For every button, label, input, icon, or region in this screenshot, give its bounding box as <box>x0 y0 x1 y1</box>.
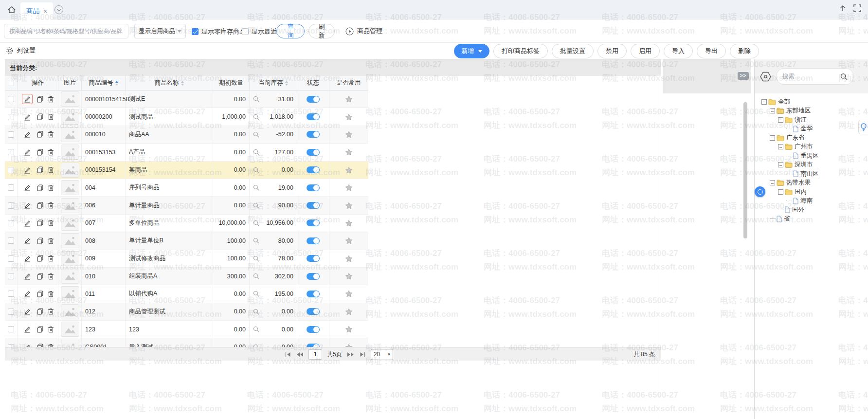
tree-collapse-icon[interactable] <box>770 135 775 141</box>
status-toggle-on[interactable] <box>307 237 320 244</box>
delete-icon[interactable] <box>48 184 54 191</box>
product-image-placeholder[interactable] <box>61 233 79 248</box>
favorite-star-icon[interactable] <box>345 326 353 333</box>
tree-collapse-icon[interactable] <box>761 99 767 105</box>
tree-settings-icon[interactable] <box>759 70 772 83</box>
row-checkbox[interactable] <box>8 114 14 120</box>
table-row[interactable]: 000153153 A产品 0.00 127.00 <box>5 144 368 161</box>
column-settings-button[interactable]: 列设置 <box>6 46 36 55</box>
favorite-star-icon[interactable] <box>345 344 353 347</box>
status-toggle-on[interactable] <box>307 326 320 333</box>
favorite-star-icon[interactable] <box>345 95 353 103</box>
stock-search-icon[interactable] <box>253 96 259 102</box>
delete-icon[interactable] <box>48 149 54 156</box>
fullscreen-icon[interactable] <box>853 4 861 12</box>
vertical-scrollbar[interactable] <box>743 102 747 238</box>
edit-icon[interactable] <box>22 200 33 211</box>
table-row[interactable]: 007 多单位商品 10,000.00 10,956.00 <box>5 215 368 232</box>
tab-list-dropdown-icon[interactable] <box>54 5 63 14</box>
table-row[interactable]: CS0001 导入测试 0.00 0.00 <box>5 338 368 347</box>
table-row[interactable]: 008 单计量单位B 100.00 80.00 <box>5 232 368 250</box>
tree-node[interactable]: 国外 <box>755 205 868 215</box>
table-row[interactable]: 010 组装商品A 300.00 302.00 <box>5 268 368 285</box>
add-button[interactable]: 新增 <box>454 44 489 58</box>
action-button[interactable]: 启用 <box>631 44 660 58</box>
status-toggle-on[interactable] <box>307 149 320 156</box>
status-toggle-on[interactable] <box>307 184 320 191</box>
copy-icon[interactable] <box>37 308 43 315</box>
prev-page-icon[interactable] <box>296 352 304 357</box>
tree-node[interactable]: 全部 <box>755 97 868 107</box>
delete-icon[interactable] <box>48 202 54 209</box>
edit-icon[interactable] <box>22 307 33 317</box>
table-row[interactable]: 00000200 测试商品 1,000.00 1,018.00 <box>5 108 368 126</box>
favorite-star-icon[interactable] <box>345 219 353 227</box>
table-row[interactable]: 009 测试修改商品 100.00 78.00 <box>5 250 368 268</box>
status-toggle-on[interactable] <box>307 166 320 173</box>
product-image-placeholder[interactable] <box>61 269 79 284</box>
row-checkbox[interactable] <box>8 291 14 297</box>
stock-search-icon[interactable] <box>253 255 259 262</box>
status-toggle-on[interactable] <box>307 96 320 103</box>
tab-products[interactable]: 商品 × <box>20 2 53 19</box>
stock-search-icon[interactable] <box>253 114 259 120</box>
product-image-placeholder[interactable] <box>61 304 79 319</box>
table-row[interactable]: 000153154 某商品 0.00 0.00 <box>5 162 368 179</box>
product-manage-link[interactable]: 商品管理 <box>345 27 382 36</box>
row-checkbox[interactable] <box>8 96 14 102</box>
stock-search-icon[interactable] <box>253 149 259 155</box>
status-toggle-on[interactable] <box>307 291 320 297</box>
status-toggle-on[interactable] <box>307 131 320 138</box>
action-button[interactable]: 禁用 <box>597 44 627 58</box>
select-all-checkbox[interactable] <box>8 80 14 86</box>
header-name-sort[interactable]: 商品名称 <box>126 76 213 91</box>
delete-icon[interactable] <box>48 113 54 120</box>
tree-node[interactable]: 南山区 <box>755 169 868 179</box>
copy-icon[interactable] <box>37 131 43 138</box>
edit-icon[interactable] <box>22 218 33 228</box>
copy-icon[interactable] <box>37 255 43 262</box>
edit-icon[interactable] <box>22 342 33 347</box>
action-button[interactable]: 导入 <box>664 44 693 58</box>
row-checkbox[interactable] <box>8 167 14 173</box>
product-image-placeholder[interactable] <box>61 109 79 125</box>
floating-help-button[interactable] <box>858 120 868 134</box>
row-checkbox[interactable] <box>8 237 14 244</box>
row-checkbox[interactable] <box>8 255 14 262</box>
copy-icon[interactable] <box>37 273 43 280</box>
delete-icon[interactable] <box>48 131 54 138</box>
copy-icon[interactable] <box>37 202 43 209</box>
status-toggle-on[interactable] <box>307 273 320 280</box>
favorite-star-icon[interactable] <box>345 237 353 244</box>
header-stock-sort[interactable]: 当前库存 <box>250 76 297 91</box>
checkbox-checked-icon[interactable] <box>192 28 199 35</box>
zero-stock-checkbox[interactable]: 显示零库存商品 <box>192 27 246 36</box>
product-image-placeholder[interactable] <box>61 163 79 178</box>
home-icon[interactable] <box>7 5 17 15</box>
delete-icon[interactable] <box>48 96 54 103</box>
product-image-placeholder[interactable] <box>61 322 79 337</box>
edit-icon[interactable] <box>22 129 33 140</box>
stock-search-icon[interactable] <box>253 237 259 244</box>
tree-node[interactable]: 热带水果 <box>755 179 868 188</box>
favorite-star-icon[interactable] <box>345 131 353 138</box>
copy-icon[interactable] <box>37 96 43 103</box>
edit-icon[interactable] <box>22 254 33 264</box>
tree-node[interactable]: 海南 <box>755 197 868 206</box>
collapse-panel-button[interactable]: >> <box>738 72 749 80</box>
tree-node[interactable]: 深圳市 <box>755 161 868 170</box>
tree-node[interactable]: 番禺区 <box>755 151 868 161</box>
header-code-sort[interactable]: 商品编号 <box>82 76 126 91</box>
copy-icon[interactable] <box>37 237 43 244</box>
tree-collapse-icon[interactable] <box>778 162 783 167</box>
tree-node[interactable]: 东部地区 <box>755 107 868 116</box>
tree-node[interactable]: 金华 <box>755 125 868 134</box>
edit-icon[interactable] <box>22 271 33 281</box>
tab-close-icon[interactable]: × <box>43 7 47 15</box>
product-image-placeholder[interactable] <box>61 340 79 347</box>
tree-collapse-icon[interactable] <box>770 180 775 185</box>
tree-collapse-icon[interactable] <box>778 144 783 149</box>
tree-collapse-icon[interactable] <box>770 108 775 113</box>
row-checkbox[interactable] <box>8 326 14 332</box>
stock-search-icon[interactable] <box>253 309 259 315</box>
